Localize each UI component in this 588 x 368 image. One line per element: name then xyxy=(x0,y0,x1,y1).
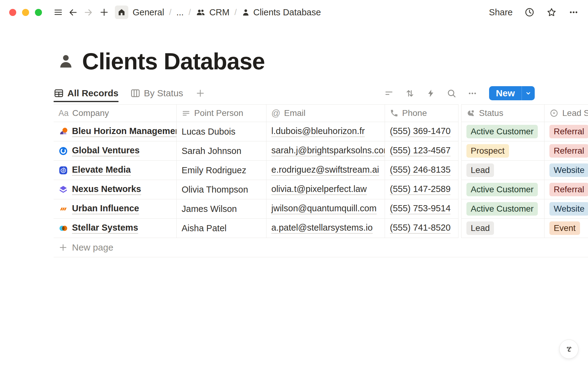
cell-lead-source[interactable]: Website xyxy=(544,199,588,219)
cell-email[interactable]: olivia.t@pixelperfect.law xyxy=(266,180,385,199)
status-badge: Active Customer xyxy=(466,125,538,138)
tab-all-records[interactable]: All Records xyxy=(54,85,119,102)
breadcrumb-item-general[interactable]: General xyxy=(133,7,164,17)
status-badge: Active Customer xyxy=(466,183,538,196)
page-title: Clients Database xyxy=(82,48,265,75)
cell-company[interactable]: Urban Influence xyxy=(54,199,176,219)
cell-phone[interactable]: (555) 147-2589 xyxy=(385,180,458,199)
view-controls: New xyxy=(383,86,535,100)
cell-lead-source[interactable]: Referral xyxy=(544,141,588,161)
plus-icon xyxy=(100,8,109,17)
sort-button[interactable] xyxy=(404,87,416,99)
cell-phone[interactable]: (555) 246-8135 xyxy=(385,161,458,180)
company-logo-global-ventures xyxy=(58,146,68,156)
cell-lead-source[interactable]: Website xyxy=(544,161,588,180)
cell-lead-source[interactable]: Event xyxy=(544,219,588,238)
notion-ai-button[interactable] xyxy=(559,339,579,359)
back-arrow-icon xyxy=(68,8,78,17)
column-header-company[interactable]: Aa Company xyxy=(54,104,176,122)
cell-status[interactable]: Active Customer xyxy=(462,199,544,219)
status-badge: Lead xyxy=(466,221,494,235)
breadcrumb-collapsed[interactable]: ... xyxy=(176,7,184,17)
traffic-lights xyxy=(9,9,42,16)
zoom-window-button[interactable] xyxy=(35,9,42,16)
cell-company[interactable]: Stellar Systems xyxy=(54,219,176,238)
text-property-icon xyxy=(182,109,190,118)
cell-status[interactable]: Prospect xyxy=(462,141,544,161)
board-view-icon xyxy=(130,88,141,98)
cell-company[interactable]: Nexus Networks xyxy=(54,180,176,199)
close-window-button[interactable] xyxy=(9,9,16,16)
cell-email[interactable]: a.patel@stellarsystems.io xyxy=(266,219,385,238)
title-property-icon: Aa xyxy=(58,109,69,118)
table-view-icon xyxy=(54,88,64,98)
table-row[interactable]: Stellar Systems Aisha Patel a.patel@stel… xyxy=(54,219,588,238)
breadcrumb-item-clients-database[interactable]: Clients Database xyxy=(242,7,321,17)
cell-email[interactable]: jwilson@quantumquill.com xyxy=(266,199,385,219)
cell-email[interactable]: e.rodriguez@swiftstream.ai xyxy=(266,161,385,180)
cell-point-person[interactable]: Aisha Patel xyxy=(176,219,266,238)
tab-by-status[interactable]: By Status xyxy=(130,85,183,102)
minimize-window-button[interactable] xyxy=(22,9,29,16)
cell-phone[interactable]: (555) 369-1470 xyxy=(385,122,458,141)
breadcrumb-item-crm[interactable]: CRM xyxy=(196,7,229,17)
cell-status[interactable]: Active Customer xyxy=(462,122,544,141)
cell-email[interactable]: l.dubois@bleuhorizon.fr xyxy=(266,122,385,141)
automations-button[interactable] xyxy=(425,87,436,99)
cell-company[interactable]: Bleu Horizon Management xyxy=(54,122,176,141)
page-history-button[interactable] xyxy=(524,7,535,17)
cell-status[interactable]: Lead xyxy=(462,219,544,238)
breadcrumb: General / ... / CRM / Clients Database xyxy=(115,6,321,19)
column-header-status[interactable]: Status xyxy=(462,104,544,122)
cell-phone[interactable]: (555) 741-8520 xyxy=(385,219,458,238)
search-icon xyxy=(447,88,457,98)
cell-company[interactable]: Elevate Media xyxy=(54,161,176,180)
table-row[interactable]: Global Ventures Sarah Johnson sarah.j@br… xyxy=(54,141,588,161)
cell-point-person[interactable]: Emily Rodriguez xyxy=(176,161,266,180)
add-view-button[interactable] xyxy=(195,88,205,98)
table-row[interactable]: Elevate Media Emily Rodriguez e.rodrigue… xyxy=(54,161,588,180)
cell-phone[interactable]: (555) 123-4567 xyxy=(385,141,458,161)
new-tab-button[interactable] xyxy=(98,6,111,19)
cell-status[interactable]: Active Customer xyxy=(462,180,544,199)
cell-point-person[interactable]: Olivia Thompson xyxy=(176,180,266,199)
column-header-email[interactable]: @ Email xyxy=(266,104,385,122)
cell-company[interactable]: Global Ventures xyxy=(54,141,176,161)
search-button[interactable] xyxy=(446,87,457,99)
column-gap xyxy=(458,141,462,161)
new-page-label: New page xyxy=(72,242,113,253)
breadcrumb-home[interactable] xyxy=(115,6,128,19)
new-page-row[interactable]: New page xyxy=(54,238,588,257)
cell-point-person[interactable]: Lucas Dubois xyxy=(176,122,266,141)
column-header-lead-source[interactable]: Lead Source xyxy=(544,104,588,122)
new-record-button[interactable]: New xyxy=(489,86,522,100)
table-row[interactable]: Bleu Horizon Management Lucas Dubois l.d… xyxy=(54,122,588,141)
sidebar-menu-button[interactable] xyxy=(52,6,65,19)
company-logo-elevate-media xyxy=(58,166,68,175)
clock-history-icon xyxy=(524,7,535,17)
table-row[interactable]: Nexus Networks Olivia Thompson olivia.t@… xyxy=(54,180,588,199)
cell-phone[interactable]: (555) 753-9514 xyxy=(385,199,458,219)
column-header-phone[interactable]: Phone xyxy=(385,104,458,122)
column-header-point-person[interactable]: Point Person xyxy=(176,104,266,122)
cell-point-person[interactable]: James Wilson xyxy=(176,199,266,219)
window-titlebar: General / ... / CRM / Clients Database S… xyxy=(0,0,588,25)
page-more-button[interactable] xyxy=(568,7,579,17)
favorite-button[interactable] xyxy=(546,7,557,17)
cell-status[interactable]: Lead xyxy=(462,161,544,180)
cell-lead-source[interactable]: Referral xyxy=(544,180,588,199)
share-button[interactable]: Share xyxy=(489,7,513,17)
new-record-button-group: New xyxy=(489,86,535,100)
cell-point-person[interactable]: Sarah Johnson xyxy=(176,141,266,161)
cell-email[interactable]: sarah.j@brightsparksolns.com xyxy=(266,141,385,161)
forward-button[interactable] xyxy=(82,6,95,19)
view-more-button[interactable] xyxy=(466,87,478,99)
phone-property-icon xyxy=(390,109,398,117)
new-record-dropdown-button[interactable] xyxy=(522,86,535,100)
column-gap xyxy=(458,122,462,141)
cell-lead-source[interactable]: Referral xyxy=(544,122,588,141)
filter-button[interactable] xyxy=(383,87,395,99)
ellipsis-icon xyxy=(568,7,579,17)
back-button[interactable] xyxy=(66,6,79,19)
table-row[interactable]: Urban Influence James Wilson jwilson@qua… xyxy=(54,199,588,219)
